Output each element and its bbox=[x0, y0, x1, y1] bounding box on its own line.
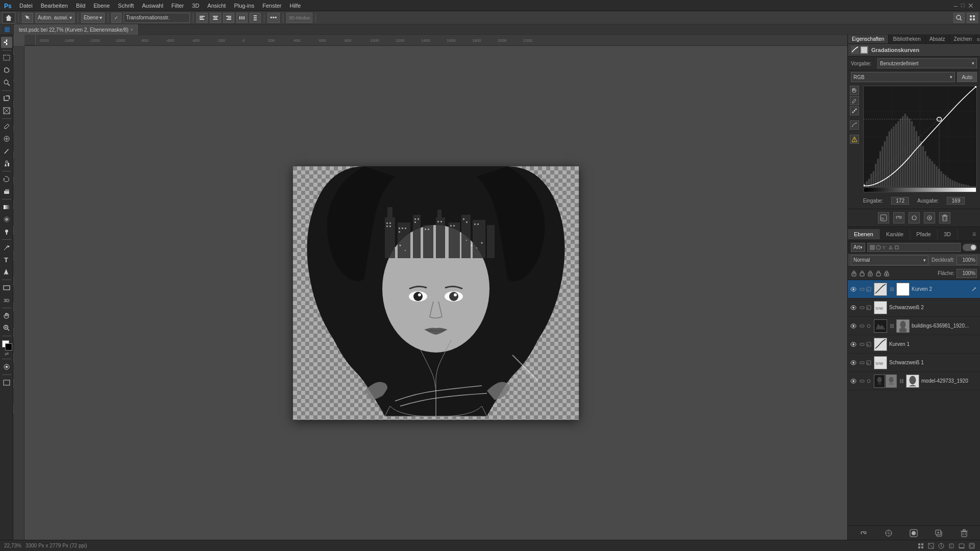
new-layer-btn[interactable] bbox=[934, 528, 944, 538]
screen-mode-btn[interactable] bbox=[1, 377, 12, 388]
tab-bibliotheken[interactable]: Bibliotheken bbox=[889, 35, 925, 43]
props-btn-link[interactable] bbox=[893, 212, 904, 223]
lock-all-icon[interactable] bbox=[884, 270, 890, 277]
transform-check[interactable]: ✓ bbox=[111, 13, 121, 23]
blend-mode-dropdown[interactable]: Normal ▾ bbox=[851, 255, 928, 265]
healing-brush-tool[interactable] bbox=[1, 133, 12, 144]
quick-mask-btn[interactable] bbox=[1, 361, 12, 372]
search-type-dropdown[interactable]: Art ▾ bbox=[851, 243, 865, 252]
rectangle-tool[interactable] bbox=[1, 282, 12, 293]
tab-3d[interactable]: 3D bbox=[938, 229, 958, 239]
menu-plugins[interactable]: Plug-ins bbox=[230, 2, 258, 10]
layer-visibility-schwarzweiss1[interactable] bbox=[850, 359, 857, 366]
home-btn[interactable] bbox=[2, 12, 15, 23]
foreground-color[interactable] bbox=[1, 339, 12, 350]
distribute-h-btn[interactable] bbox=[236, 13, 248, 23]
gradient-tool[interactable] bbox=[1, 202, 12, 213]
add-adjustment-btn[interactable] bbox=[884, 528, 894, 538]
pen-tool[interactable] bbox=[1, 242, 12, 253]
layer-item-schwarzweiss1[interactable]: fx S/W Schwarzweiß 1 bbox=[848, 354, 980, 372]
lock-position-icon[interactable] bbox=[867, 270, 873, 277]
curves-graph[interactable] bbox=[863, 86, 977, 187]
layer-visibility-schwarzweiss2[interactable] bbox=[850, 304, 857, 311]
tab-kanale[interactable]: Kanäle bbox=[880, 229, 910, 239]
brush-tool[interactable] bbox=[1, 145, 12, 157]
minimize-btn[interactable]: ‒ bbox=[953, 2, 958, 10]
close-btn[interactable]: ✕ bbox=[968, 2, 974, 10]
hand-tool[interactable] bbox=[1, 310, 12, 321]
zoom-tool[interactable] bbox=[1, 322, 12, 334]
menu-ansicht[interactable]: Ansicht bbox=[203, 2, 230, 10]
curves-edit-tool[interactable] bbox=[850, 106, 859, 115]
frame-tool[interactable] bbox=[1, 105, 12, 116]
props-panel-menu[interactable]: ≡ bbox=[976, 35, 980, 43]
layer-visibility-kurven1[interactable] bbox=[850, 341, 857, 348]
status-grid-icon[interactable] bbox=[917, 542, 925, 550]
workspace-btn[interactable] bbox=[967, 13, 978, 23]
props-btn-fx[interactable]: fx bbox=[878, 212, 889, 223]
search-toolbar-btn[interactable] bbox=[953, 13, 965, 23]
curves-pencil-tool[interactable] bbox=[850, 96, 859, 105]
3d-object-tool[interactable]: 3D bbox=[1, 294, 12, 306]
status-canvas-icon[interactable] bbox=[947, 542, 955, 550]
curves-smooth-tool[interactable] bbox=[850, 120, 859, 130]
tab-eigenschaften[interactable]: Eigenschaften bbox=[848, 35, 889, 43]
layers-panel-menu[interactable]: ≡ bbox=[968, 231, 980, 238]
distribute-v-btn[interactable] bbox=[250, 13, 261, 23]
align-center-btn[interactable] bbox=[210, 13, 221, 23]
eyedropper-tool[interactable] bbox=[1, 121, 12, 132]
layers-filter-toggle[interactable] bbox=[963, 244, 977, 251]
link-layers-btn[interactable] bbox=[859, 528, 869, 538]
menu-auswahl[interactable]: Auswahl bbox=[138, 2, 167, 10]
menu-bild[interactable]: Bild bbox=[72, 2, 89, 10]
curves-warning-tool[interactable] bbox=[850, 135, 859, 144]
layer-item-kurven1[interactable]: fx Kurven 1 bbox=[848, 335, 980, 354]
quick-select-tool[interactable] bbox=[1, 77, 12, 88]
transform-input[interactable] bbox=[124, 13, 190, 23]
menu-bearbeiten[interactable]: Bearbeiten bbox=[37, 2, 72, 10]
layer-item-model[interactable]: ⛓ model-429733_1920 bbox=[848, 372, 980, 390]
status-layer-comp-icon[interactable] bbox=[937, 542, 945, 550]
layer-item-kurven2[interactable]: fx ⛓ Kurven 2 bbox=[848, 280, 980, 298]
menu-schrift[interactable]: Schrift bbox=[114, 2, 138, 10]
menu-datei[interactable]: Datei bbox=[15, 2, 37, 10]
menu-3d[interactable]: 3D bbox=[188, 2, 203, 10]
selection-tool-btn[interactable] bbox=[22, 13, 33, 23]
move-tool[interactable] bbox=[1, 37, 12, 48]
eraser-tool[interactable] bbox=[1, 186, 12, 197]
layer-item-schwarzweiss2[interactable]: fx S/W Schwarzweiß 2 bbox=[848, 298, 980, 317]
menu-filter[interactable]: Filter bbox=[167, 2, 188, 10]
layer-link-btn-kurven2[interactable] bbox=[970, 285, 978, 293]
text-tool[interactable]: T bbox=[1, 254, 12, 265]
layer-visibility-model[interactable] bbox=[850, 378, 857, 385]
status-mask-icon[interactable] bbox=[927, 542, 935, 550]
lock-transparent-icon[interactable] bbox=[851, 270, 857, 277]
curves-hand-tool[interactable] bbox=[850, 86, 859, 95]
clone-stamp-tool[interactable] bbox=[1, 158, 12, 169]
document-tab[interactable]: test.psdc bei 22,7% (Kurven 2, Ebenenmas… bbox=[14, 24, 138, 35]
lock-image-icon[interactable] bbox=[859, 270, 865, 277]
layer-item-buildings[interactable]: ⛓ buildings-636981_1920... bbox=[848, 317, 980, 335]
tab-close-btn[interactable]: × bbox=[131, 27, 133, 32]
history-brush-tool[interactable] bbox=[1, 173, 12, 185]
rectangle-select-tool[interactable] bbox=[1, 53, 12, 64]
opacity-input[interactable] bbox=[957, 256, 977, 265]
input-value[interactable]: 172 bbox=[891, 197, 909, 205]
props-btn-delete[interactable] bbox=[939, 212, 950, 223]
lasso-tool[interactable] bbox=[1, 65, 12, 76]
preset-dropdown[interactable]: Benutzerdefiniert ▾ bbox=[877, 58, 977, 68]
output-value[interactable]: 169 bbox=[947, 197, 965, 205]
maximize-btn[interactable]: □ bbox=[961, 2, 965, 10]
lock-artboard-icon[interactable] bbox=[875, 270, 881, 277]
status-workspace-icon[interactable] bbox=[968, 542, 976, 550]
channel-dropdown[interactable]: RGB ▾ bbox=[851, 72, 955, 82]
dodge-tool[interactable] bbox=[1, 226, 12, 237]
tab-ebenen[interactable]: Ebenen bbox=[848, 229, 880, 239]
layer-visibility-buildings[interactable] bbox=[850, 322, 857, 330]
tab-zeichen[interactable]: Zeichen bbox=[949, 35, 976, 43]
auto-btn[interactable]: Auto bbox=[957, 72, 977, 82]
fill-input[interactable] bbox=[957, 269, 977, 278]
menu-fenster[interactable]: Fenster bbox=[258, 2, 285, 10]
blur-tool[interactable] bbox=[1, 214, 12, 225]
menu-hilfe[interactable]: Hilfe bbox=[285, 2, 305, 10]
